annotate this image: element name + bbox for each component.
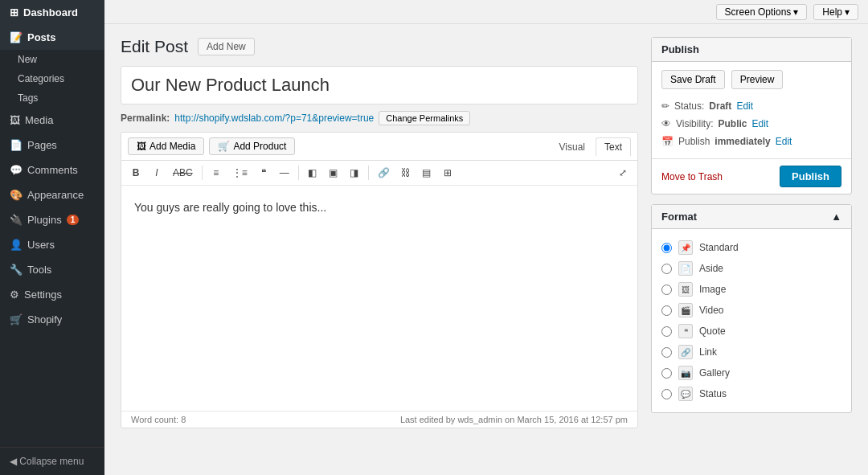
bold-button[interactable]: B <box>126 164 145 182</box>
sidebar-item-pages[interactable]: 📄 Pages <box>0 133 104 158</box>
preview-button[interactable]: Preview <box>731 70 784 89</box>
sidebar-item-plugins[interactable]: 🔌 Plugins 1 <box>0 207 104 232</box>
format-icon-quote: ❝ <box>678 324 693 338</box>
sidebar-item-new[interactable]: New <box>0 50 104 69</box>
sidebar-label-tags: Tags <box>18 92 38 104</box>
help-chevron-icon: ▾ <box>845 6 850 18</box>
change-permalinks-button[interactable]: Change Permalinks <box>379 111 470 125</box>
visibility-edit-link[interactable]: Edit <box>751 118 768 129</box>
sidebar-item-posts[interactable]: 📝 Posts <box>0 25 104 50</box>
format-icon-video: 🎬 <box>678 303 693 317</box>
format-radio-link[interactable] <box>661 347 672 358</box>
publish-box-title: Publish <box>661 43 699 55</box>
fullscreen-button[interactable]: ⤢ <box>613 164 633 182</box>
page-title-area: Edit Post Add New <box>121 37 638 56</box>
format-radio-video[interactable] <box>661 305 672 316</box>
blockquote-button[interactable]: ❝ <box>254 164 273 182</box>
visibility-icon: 👁 <box>661 118 671 129</box>
comments-icon: 💬 <box>10 164 23 176</box>
italic-button[interactable]: I <box>147 164 166 182</box>
tab-visual[interactable]: Visual <box>551 137 594 156</box>
sidebar-item-comments[interactable]: 💬 Comments <box>0 158 104 182</box>
sidebar-item-media[interactable]: 🖼 Media <box>0 108 104 133</box>
format-radio-quote[interactable] <box>661 326 672 337</box>
sidebar-item-appearance[interactable]: 🎨 Appearance <box>0 182 104 207</box>
sidebar-item-categories[interactable]: Categories <box>0 69 104 88</box>
format-radio-status[interactable] <box>661 389 672 399</box>
permalink-link[interactable]: http://shopify.wdslab.com/?p=71&preview=… <box>174 113 374 124</box>
toolbar-separator-2 <box>298 166 299 180</box>
unlink-button[interactable]: ⛓ <box>396 164 416 182</box>
publish-time-value: immediately <box>714 136 770 147</box>
editor-media-btns: 🖼 Add Media 🛒 Add Product <box>128 133 295 160</box>
format-icon-gallery: 📷 <box>678 366 693 380</box>
add-media-button[interactable]: 🖼 Add Media <box>128 137 204 155</box>
status-row: ✏ Status: Draft Edit <box>661 97 841 115</box>
sidebar-label-shopify: Shopify <box>27 313 62 326</box>
add-new-button[interactable]: Add New <box>198 38 255 55</box>
post-title-input[interactable] <box>121 67 637 104</box>
left-column: Edit Post Add New Permalink: http://shop… <box>121 37 638 462</box>
hr-button[interactable]: — <box>275 164 294 182</box>
editor-toolbar: B I ABC ≡ ⋮≡ ❝ — ◧ ▣ ◨ 🔗 ⛓ ▤ ⊞ <box>121 161 637 186</box>
visibility-row: 👁 Visibility: Public Edit <box>661 115 841 133</box>
main-area: Screen Options ▾ Help ▾ Edit Post Add Ne… <box>104 0 868 475</box>
tab-text[interactable]: Text <box>596 137 631 156</box>
sidebar-label-users: Users <box>27 239 55 251</box>
insert-more-button[interactable]: ▤ <box>417 164 436 182</box>
sidebar-item-shopify[interactable]: 🛒 Shopify <box>0 307 104 332</box>
sidebar-item-users[interactable]: 👤 Users <box>0 232 104 257</box>
save-draft-button[interactable]: Save Draft <box>661 70 725 89</box>
sidebar-label-appearance: Appearance <box>27 189 84 201</box>
align-right-button[interactable]: ◨ <box>345 164 364 182</box>
ordered-list-button[interactable]: ⋮≡ <box>227 164 252 182</box>
status-edit-link[interactable]: Edit <box>736 100 753 112</box>
content-area: Edit Post Add New Permalink: http://shop… <box>104 24 868 475</box>
align-center-button[interactable]: ▣ <box>324 164 343 182</box>
permalink-label: Permalink: <box>121 113 170 124</box>
format-box-header: Format ▲ <box>652 205 851 229</box>
strikethrough-button[interactable]: ABC <box>168 164 198 182</box>
sidebar-item-tags[interactable]: Tags <box>0 88 104 108</box>
status-label: Status: <box>674 100 704 112</box>
format-radio-gallery[interactable] <box>661 368 672 379</box>
help-button[interactable]: Help ▾ <box>813 4 858 20</box>
format-option-status: 💬Status <box>661 383 841 404</box>
appearance-icon: 🎨 <box>10 189 23 201</box>
sidebar-item-dashboard[interactable]: ⊞ Dashboard <box>0 0 104 25</box>
tools-icon: 🔧 <box>10 264 23 276</box>
format-option-aside: 📄Aside <box>661 258 841 279</box>
visibility-value: Public <box>718 118 747 129</box>
sidebar-label-tools: Tools <box>27 264 51 276</box>
plugins-icon: 🔌 <box>10 214 23 226</box>
screen-options-button[interactable]: Screen Options ▾ <box>716 4 808 20</box>
sidebar-item-settings[interactable]: ⚙ Settings <box>0 282 104 307</box>
unordered-list-button[interactable]: ≡ <box>207 164 226 182</box>
format-radio-aside[interactable] <box>661 264 672 274</box>
sidebar-item-tools[interactable]: 🔧 Tools <box>0 257 104 282</box>
sidebar-label-posts: Posts <box>27 31 55 43</box>
sidebar-label-settings: Settings <box>24 289 62 301</box>
format-radio-image[interactable] <box>661 285 672 295</box>
format-radio-standard[interactable] <box>661 243 672 253</box>
format-label-quote: Quote <box>699 326 726 337</box>
format-option-quote: ❝Quote <box>661 321 841 342</box>
collapse-menu[interactable]: ◀ Collapse menu <box>0 447 104 475</box>
publish-time-edit-link[interactable]: Edit <box>776 136 792 147</box>
calendar-icon: 📅 <box>661 136 674 147</box>
table-button[interactable]: ⊞ <box>438 164 457 182</box>
toolbar-separator-1 <box>202 166 203 180</box>
move-to-trash-link[interactable]: Move to Trash <box>661 171 723 182</box>
editor-body[interactable]: You guys are really going to love this..… <box>121 186 637 411</box>
format-option-image: 🖼Image <box>661 279 841 300</box>
link-button[interactable]: 🔗 <box>373 164 395 182</box>
format-label-status: Status <box>699 388 727 399</box>
format-option-video: 🎬Video <box>661 300 841 321</box>
add-product-button[interactable]: 🛒 Add Product <box>209 137 295 155</box>
format-box-body: 📌Standard📄Aside🖼Image🎬Video❝Quote🔗Link📷G… <box>652 229 851 412</box>
align-left-button[interactable]: ◧ <box>303 164 322 182</box>
publish-button[interactable]: Publish <box>780 166 841 187</box>
format-option-standard: 📌Standard <box>661 237 841 258</box>
sidebar: ⊞ Dashboard 📝 Posts New Categories Tags … <box>0 0 104 475</box>
editor-tabs: 🖼 Add Media 🛒 Add Product Visual <box>121 133 637 161</box>
